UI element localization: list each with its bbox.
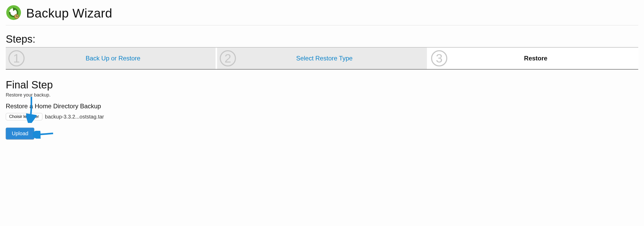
title-divider [6,25,638,25]
final-step-sub: Restore your backup. [6,92,638,98]
step-label: Back Up or Restore [27,55,216,62]
page-title: Backup Wizard [26,6,112,20]
step-label: Select Restore Type [238,55,427,62]
steps-bar: 1 Back Up or Restore 2 Select Restore Ty… [6,47,638,70]
chosen-file-name: backup-3.3.2...oststag.tar [45,114,104,120]
step-number: 3 [431,50,447,66]
step-label: Restore [449,55,638,62]
step-number: 1 [8,50,25,66]
upload-button[interactable]: Upload [6,128,34,139]
backup-icon [6,5,21,21]
annotation-arrow-left-icon [33,131,54,139]
steps-heading: Steps: [6,33,638,45]
restore-type-heading: Restore a Home Directory Backup [6,103,638,110]
step-select-restore-type[interactable]: 2 Select Restore Type [217,48,428,69]
choose-file-button[interactable]: Choisir le fichier [6,113,42,120]
step-number: 2 [220,50,236,66]
final-step-heading: Final Step [6,79,638,91]
step-restore: 3 Restore [428,48,638,69]
step-backup-or-restore[interactable]: 1 Back Up or Restore [6,48,217,69]
